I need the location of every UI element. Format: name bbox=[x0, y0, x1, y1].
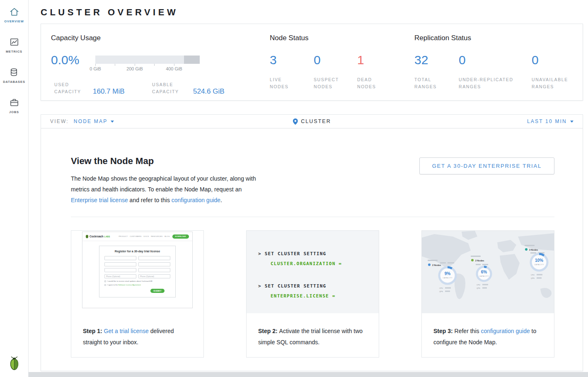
capacity-tick-label: 0 GiB bbox=[90, 66, 101, 71]
step-2-card: > SET CLUSTER SETTING CLUSTER.ORGANIZATI… bbox=[246, 230, 379, 358]
cluster-breadcrumb: CLUSTER bbox=[293, 118, 331, 125]
dead-nodes-value: 1 bbox=[357, 53, 376, 67]
trial-signup-screenshot: Cockroach LABS PRODUCT CUSTOMERS DOCS RE… bbox=[71, 231, 203, 313]
svg-text:QPS: QPS bbox=[531, 277, 535, 279]
time-range-value: LAST 10 MIN bbox=[527, 118, 567, 124]
capacity-used-percent: 0.0% bbox=[51, 53, 95, 77]
mini-site-brand: Cockroach bbox=[90, 235, 104, 238]
view-selector-dropdown[interactable]: VIEW: NODE MAP bbox=[50, 118, 114, 124]
dead-nodes-stat: 1 DEAD NODES bbox=[357, 53, 376, 90]
mini-site-brand-suffix: LABS bbox=[104, 235, 110, 238]
main-content: CLUSTER OVERVIEW Capacity Usage 0.0% bbox=[29, 0, 588, 377]
enterprise-trial-license-link[interactable]: Enterprise trial license bbox=[71, 197, 128, 203]
mini-trial-form: Register for a 30-day trial license Phon… bbox=[99, 246, 176, 297]
step-2-caption: Step 2: Activate the trial license with … bbox=[247, 313, 379, 348]
svg-text:10%: 10% bbox=[535, 258, 543, 263]
live-nodes-stat: 3 LIVE NODES bbox=[270, 53, 314, 90]
svg-text:9%: 9% bbox=[445, 271, 451, 276]
mini-site-nav: PRODUCT CUSTOMERS DOCS RESOURCES BLOG bbox=[119, 235, 169, 237]
capacity-bar-segment bbox=[184, 56, 200, 64]
sidebar-item-label: DATABASES bbox=[3, 80, 25, 84]
total-ranges-stat: 32 TOTAL RANGES bbox=[414, 53, 459, 90]
usable-capacity-label: USABLE CAPACITY bbox=[152, 81, 193, 95]
location-pin-icon bbox=[293, 118, 298, 125]
sidebar-item-databases[interactable]: DATABASES bbox=[3, 67, 25, 84]
capacity-usage-section: Capacity Usage 0.0% 0 GiB 200 GiB bbox=[51, 34, 270, 90]
total-ranges-value: 32 bbox=[414, 53, 459, 67]
app-window: OVERVIEW METRICS DATABASES JOBS bbox=[0, 0, 588, 377]
capacity-tick-label: 200 GiB bbox=[126, 66, 143, 71]
view-selected-value: NODE MAP bbox=[74, 118, 108, 124]
sql-commands-snippet: > SET CLUSTER SETTING CLUSTER.ORGANIZATI… bbox=[247, 231, 379, 313]
node-map-panel: View the Node Map The Node Map shows the… bbox=[41, 128, 583, 371]
unavailable-ranges-label: UNAVAILABLE RANGES bbox=[532, 76, 568, 90]
sidebar: OVERVIEW METRICS DATABASES JOBS bbox=[0, 0, 29, 377]
horizontal-scrollbar-track[interactable] bbox=[29, 372, 588, 377]
sidebar-item-label: OVERVIEW bbox=[4, 19, 24, 23]
time-range-selector[interactable]: LAST 10 MIN bbox=[527, 118, 573, 124]
svg-text:CPU: CPU bbox=[531, 274, 535, 276]
step-3-caption: Step 3: Refer this configuration guide t… bbox=[422, 313, 554, 348]
get-trial-license-link[interactable]: Get a trial license bbox=[104, 328, 149, 334]
used-capacity-value: 160.7 MiB bbox=[93, 87, 152, 95]
node-status-title: Node Status bbox=[270, 34, 414, 42]
svg-text:CAPACITY: CAPACITY bbox=[443, 277, 452, 279]
briefcase-icon bbox=[9, 97, 19, 108]
suspect-nodes-label: SUSPECT NODES bbox=[314, 76, 357, 90]
svg-text:QPS: QPS bbox=[439, 290, 443, 292]
node-status-section: Node Status 3 LIVE NODES 0 SUSPECT NODE bbox=[270, 34, 414, 90]
unavailable-ranges-value: 0 bbox=[532, 53, 568, 67]
cockroach-labs-logo-icon bbox=[86, 235, 88, 238]
under-replicated-ranges-stat: 0 UNDER-REPLICATED RANGES bbox=[459, 53, 532, 90]
replication-status-title: Replication Status bbox=[414, 34, 573, 42]
section-divider bbox=[71, 217, 554, 217]
cluster-summary-card: Capacity Usage 0.0% 0 GiB 200 GiB bbox=[41, 24, 583, 101]
cockroach-bug-icon bbox=[9, 356, 20, 371]
sidebar-item-jobs[interactable]: JOBS bbox=[9, 97, 19, 114]
configuration-guide-link[interactable]: configuration guide bbox=[481, 328, 530, 334]
home-icon bbox=[9, 7, 19, 17]
node-map-preview: 2 Nodes 2 Nodes 3 Nodes bbox=[422, 231, 554, 313]
sidebar-item-metrics[interactable]: METRICS bbox=[6, 37, 22, 53]
under-replicated-ranges-value: 0 bbox=[459, 53, 532, 67]
live-nodes-label: LIVE NODES bbox=[270, 76, 314, 90]
setup-steps: Cockroach LABS PRODUCT CUSTOMERS DOCS RE… bbox=[71, 230, 554, 358]
page-title: CLUSTER OVERVIEW bbox=[41, 7, 583, 18]
view-toolbar: VIEW: NODE MAP CLUSTER LAST 10 MIN bbox=[41, 114, 583, 128]
view-label: VIEW: bbox=[50, 118, 69, 124]
capacity-usage-title: Capacity Usage bbox=[51, 34, 270, 42]
line-chart-icon bbox=[9, 37, 19, 47]
cluster-breadcrumb-label: CLUSTER bbox=[301, 118, 331, 124]
node-map-description: The Node Map shows the geographical layo… bbox=[71, 173, 554, 205]
used-capacity-label: USED CAPACITY bbox=[51, 81, 93, 95]
suspect-nodes-value: 0 bbox=[314, 53, 357, 67]
sidebar-item-label: JOBS bbox=[9, 110, 19, 114]
svg-text:3 Nodes: 3 Nodes bbox=[529, 249, 538, 251]
capacity-usage-bar: 0 GiB 200 GiB 400 GiB bbox=[95, 53, 200, 77]
step-3-card: 2 Nodes 2 Nodes 3 Nodes bbox=[421, 230, 554, 358]
dead-nodes-label: DEAD NODES bbox=[357, 76, 376, 90]
unavailable-ranges-stat: 0 UNAVAILABLE RANGES bbox=[532, 53, 568, 90]
mini-download-button: DOWNLOAD bbox=[172, 234, 189, 239]
svg-text:CAPACITY: CAPACITY bbox=[479, 275, 489, 277]
replication-status-section: Replication Status 32 TOTAL RANGES 0 UND… bbox=[414, 34, 573, 90]
database-icon bbox=[9, 67, 19, 77]
svg-text:CPU: CPU bbox=[477, 284, 480, 286]
svg-text:CPU: CPU bbox=[439, 287, 443, 289]
configuration-guide-link[interactable]: configuration guide bbox=[172, 197, 220, 203]
suspect-nodes-stat: 0 SUSPECT NODES bbox=[314, 53, 357, 90]
sidebar-item-overview[interactable]: OVERVIEW bbox=[4, 7, 24, 23]
cockroachdb-logo bbox=[0, 356, 28, 371]
step-1-caption: Step 1: Get a trial license delivered st… bbox=[71, 313, 203, 348]
capacity-tick-label: 400 GiB bbox=[166, 66, 182, 71]
svg-text:CAPACITY: CAPACITY bbox=[534, 263, 544, 266]
enterprise-trial-button[interactable]: GET A 30-DAY ENTERPRISE TRIAL bbox=[419, 157, 554, 174]
step-1-card: Cockroach LABS PRODUCT CUSTOMERS DOCS RE… bbox=[71, 230, 204, 358]
usable-capacity-value: 524.6 GiB bbox=[193, 87, 225, 95]
total-ranges-label: TOTAL RANGES bbox=[414, 76, 459, 90]
svg-text:QPS: QPS bbox=[477, 287, 480, 289]
live-nodes-value: 3 bbox=[270, 53, 314, 67]
svg-text:2 Nodes: 2 Nodes bbox=[432, 264, 441, 266]
chevron-down-icon bbox=[570, 121, 573, 123]
svg-text:2 Nodes: 2 Nodes bbox=[475, 259, 484, 262]
